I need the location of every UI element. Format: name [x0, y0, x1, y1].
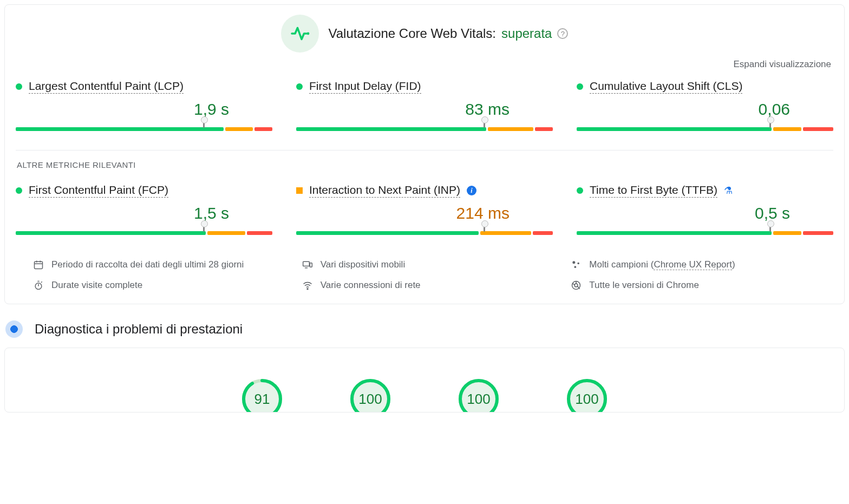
status-dot-icon: [577, 187, 583, 194]
score-value: 100: [457, 377, 500, 413]
svg-point-5: [578, 263, 580, 265]
metric-title-row: First Contentful Paint (FCP): [16, 184, 272, 198]
score-gauge[interactable]: 100: [349, 377, 392, 413]
info-icon[interactable]: i: [467, 186, 476, 195]
meta-period: Periodo di raccolta dei dati degli ultim…: [33, 259, 278, 270]
chrome-ux-report-link[interactable]: Chrome UX Report: [654, 259, 732, 270]
flask-icon: ⚗: [724, 185, 733, 197]
metric-name-link[interactable]: Interaction to Next Paint (INP): [309, 184, 460, 198]
svg-point-4: [573, 261, 576, 264]
wifi-icon: [302, 280, 313, 291]
metric-value: 0,5 s: [577, 204, 833, 222]
help-icon[interactable]: ?: [557, 28, 568, 39]
metric: Largest Contentful Paint (LCP)1,9 s: [16, 80, 272, 132]
metric-value: 0,06: [577, 100, 833, 119]
metric: Interaction to Next Paint (INP)i214 ms: [296, 184, 553, 235]
metric-gauge: [296, 224, 553, 235]
meta-chrome: Tutte le versioni di Chrome: [571, 280, 816, 291]
score-value: 91: [240, 377, 284, 413]
metric-gauge: [16, 224, 272, 235]
cwv-title-prefix: Valutazione Core Web Vitals:: [329, 26, 497, 41]
stopwatch-icon: [33, 280, 44, 291]
metric-value: 214 ms: [296, 204, 553, 222]
status-square-icon: [296, 187, 303, 194]
gauge-marker-icon: [203, 120, 205, 128]
svg-rect-3: [310, 263, 312, 267]
gauge-marker-icon: [203, 224, 205, 232]
status-dot-icon: [16, 187, 22, 194]
svg-rect-2: [303, 261, 309, 266]
metric-gauge: [16, 120, 272, 132]
status-dot-icon: [296, 83, 303, 90]
score-gauge[interactable]: 100: [457, 377, 500, 413]
metric-title-row: Largest Contentful Paint (LCP): [16, 80, 272, 94]
metric-gauge: [577, 120, 833, 132]
gauge-marker-icon: [484, 120, 485, 128]
svg-point-8: [307, 289, 308, 290]
metric-value: 1,9 s: [16, 100, 272, 119]
score-value: 100: [349, 377, 392, 413]
meta-chrome-text: Tutte le versioni di Chrome: [589, 280, 699, 291]
metric-title-row: Interaction to Next Paint (INP)i: [296, 184, 553, 198]
metric-gauge: [577, 224, 833, 235]
divider: [16, 150, 833, 150]
status-dot-icon: [16, 83, 22, 90]
meta-network: Varie connessioni di rete: [302, 280, 547, 291]
metric-title-row: Time to First Byte (TTFB)⚗: [577, 184, 833, 198]
diagnostics-title: Diagnostica i problemi di prestazioni: [35, 322, 243, 337]
metric: First Input Delay (FID)83 ms: [296, 80, 553, 132]
gauge-marker-icon: [484, 224, 485, 232]
svg-point-6: [574, 266, 577, 268]
meta-devices: Vari dispositivi mobili: [302, 259, 547, 270]
devices-icon: [302, 259, 313, 270]
meta-network-text: Varie connessioni di rete: [321, 280, 421, 291]
score-gauge[interactable]: 100: [565, 377, 609, 413]
core-web-vitals-card: Valutazione Core Web Vitals: superata ? …: [4, 4, 845, 304]
score-value: 100: [565, 377, 609, 413]
diagnostics-header: Diagnostica i problemi di prestazioni: [5, 320, 849, 338]
scores-card: 91100100100: [4, 348, 845, 413]
meta-visits-text: Durate visite complete: [51, 280, 142, 291]
other-metrics-grid: First Contentful Paint (FCP)1,5 sInterac…: [16, 184, 833, 235]
other-metrics-heading: ALTRE METRICHE RILEVANTI: [17, 160, 833, 169]
metric-title-row: First Input Delay (FID): [296, 80, 553, 94]
score-gauge[interactable]: 91: [240, 377, 284, 413]
chrome-icon: [571, 280, 582, 291]
metric-value: 83 ms: [296, 100, 553, 119]
expand-view-link[interactable]: Espandi visualizzazione: [16, 56, 833, 80]
metric: First Contentful Paint (FCP)1,5 s: [16, 184, 272, 235]
svg-rect-1: [35, 261, 43, 269]
cwv-header: Valutazione Core Web Vitals: superata ?: [16, 15, 833, 53]
metric-name-link[interactable]: Time to First Byte (TTFB): [590, 184, 717, 198]
metric-value: 1,5 s: [16, 204, 272, 222]
metric-name-link[interactable]: First Contentful Paint (FCP): [29, 184, 168, 198]
meta-period-text: Periodo di raccolta dei dati degli ultim…: [51, 259, 244, 270]
pulse-icon: [281, 15, 319, 53]
metric-name-link[interactable]: First Input Delay (FID): [309, 80, 421, 94]
metadata-footer: Periodo di raccolta dei dati degli ultim…: [16, 259, 833, 291]
cwv-title: Valutazione Core Web Vitals: superata ?: [329, 26, 569, 41]
metric: Time to First Byte (TTFB)⚗0,5 s: [577, 184, 833, 235]
metric-title-row: Cumulative Layout Shift (CLS): [577, 80, 833, 94]
cwv-status: superata: [501, 26, 552, 41]
meta-samples-text: Molti campioni (Chrome UX Report): [589, 259, 735, 270]
meta-visits: Durate visite complete: [33, 280, 278, 291]
metric-name-link[interactable]: Cumulative Layout Shift (CLS): [590, 80, 742, 94]
calendar-icon: [33, 259, 44, 270]
metric: Cumulative Layout Shift (CLS)0,06: [577, 80, 833, 132]
gauge-marker-icon: [769, 224, 771, 232]
status-dot-icon: [577, 83, 583, 90]
metric-gauge: [296, 120, 553, 132]
core-metrics-grid: Largest Contentful Paint (LCP)1,9 sFirst…: [16, 80, 833, 132]
svg-point-0: [306, 32, 309, 35]
gauge-icon: [5, 320, 23, 338]
samples-icon: [571, 259, 582, 270]
scores-row: 91100100100: [16, 358, 833, 413]
svg-point-10: [574, 284, 578, 287]
metric-name-link[interactable]: Largest Contentful Paint (LCP): [29, 80, 184, 94]
meta-samples: Molti campioni (Chrome UX Report): [571, 259, 816, 270]
meta-devices-text: Vari dispositivi mobili: [321, 259, 406, 270]
gauge-marker-icon: [769, 120, 771, 128]
